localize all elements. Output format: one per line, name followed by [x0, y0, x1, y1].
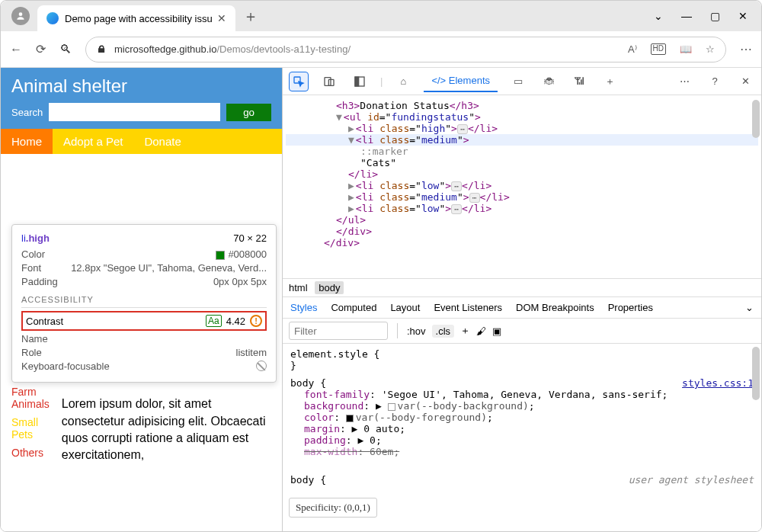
margin-value: 0 auto [363, 423, 399, 434]
back-icon[interactable]: ← [10, 43, 22, 56]
contrast-label: Contrast [26, 316, 63, 327]
tab-title: Demo page with accessibility issu [65, 13, 213, 24]
welcome-icon[interactable]: ⌂ [393, 72, 413, 91]
nav-donate[interactable]: Donate [133, 129, 191, 154]
close-window-icon[interactable]: ✕ [738, 10, 748, 22]
cls-button[interactable]: .cls [432, 325, 455, 338]
chevron-down-icon[interactable]: ⌄ [654, 10, 663, 22]
dock-icon[interactable] [350, 72, 370, 91]
paint-icon[interactable]: 🖌︎ [476, 325, 486, 337]
max-width-value: 60em [370, 446, 393, 457]
contrast-row: Contrast Aa 4.42 ! [21, 311, 267, 331]
nav-adopt[interactable]: Adopt a Pet [53, 129, 133, 154]
tab-properties[interactable]: Properties [608, 302, 653, 313]
sources-icon[interactable]: ▭ [508, 72, 528, 91]
font-label: Font [21, 262, 41, 274]
menu-icon[interactable]: ⋯ [740, 42, 752, 56]
hov-button[interactable]: :hov [407, 325, 426, 337]
user-agent-label: user agent stylesheet [629, 474, 754, 486]
styles-toolbar: :hov .cls ＋ 🖌︎ ▣ [283, 319, 761, 344]
inspect-element-icon[interactable] [289, 72, 309, 91]
maximize-icon[interactable]: ▢ [710, 10, 720, 22]
profile-avatar[interactable] [11, 7, 30, 25]
styles-tabs: Styles Computed Layout Event Listeners D… [283, 297, 761, 319]
a11y-role-value: listitem [236, 347, 267, 358]
plus-icon[interactable]: ＋ [600, 72, 620, 91]
bg-var: --body-background [421, 400, 523, 412]
filter-input[interactable] [289, 322, 388, 340]
address-bar[interactable]: 🔒︎ microsoftedge.github.io/Demos/devtool… [85, 37, 726, 62]
expand-icon[interactable] [348, 191, 354, 203]
tab-elements[interactable]: </> Elements [424, 70, 498, 92]
device-toolbar-icon[interactable] [319, 72, 339, 91]
search-input[interactable] [49, 103, 220, 121]
breadcrumb-body[interactable]: body [315, 281, 344, 294]
body-selector: body [290, 377, 314, 389]
scrollbar[interactable] [752, 347, 760, 400]
reading-list-icon[interactable]: 📖 [680, 43, 692, 55]
tab-styles[interactable]: Styles [290, 302, 317, 313]
help-icon[interactable]: ? [705, 72, 725, 91]
window-controls: ⌄ — ▢ ✕ [654, 10, 758, 22]
flexbox-icon[interactable]: ▣ [492, 325, 501, 337]
dom-text: Donation Status [360, 100, 449, 111]
blocked-icon [256, 361, 267, 371]
hd-icon[interactable]: HD [651, 43, 666, 55]
tab-layout[interactable]: Layout [390, 302, 420, 313]
webpage-viewport: Animal shelter Search go Home Adopt a Pe… [1, 68, 283, 531]
tab-dom-breakpoints[interactable]: DOM Breakpoints [516, 302, 594, 313]
swatch-icon[interactable] [388, 403, 395, 411]
read-aloud-icon[interactable]: A⁾ [628, 43, 637, 55]
svg-rect-2 [325, 77, 331, 85]
font-family-value: 'Segoe UI', Tahoma, Geneva, Verdana, san… [382, 389, 662, 400]
accessibility-header: ACCESSIBILITY [21, 295, 267, 308]
dom-text-cats: "Cats" [286, 157, 758, 168]
refresh-icon[interactable]: ⟳ [36, 42, 46, 56]
expand-icon[interactable] [348, 203, 354, 214]
swatch-icon[interactable] [346, 415, 354, 422]
edge-icon [46, 12, 59, 24]
specificity-tooltip: Specificity: (0,0,1) [289, 498, 377, 518]
source-link[interactable]: styles.css:1 [682, 377, 754, 389]
paragraph-2: Lorem ipsum dolor, sit amet consectetur … [62, 396, 271, 464]
expand-icon[interactable] [348, 134, 354, 146]
browser-tab[interactable]: Demo page with accessibility issu ✕ [37, 5, 235, 31]
sidebar-item-farm[interactable]: Farm Animals [11, 386, 50, 410]
expand-icon[interactable] [348, 123, 354, 134]
browser-toolbar: ← ⟳ 🔍︎ 🔒︎ microsoftedge.github.io/Demos/… [1, 31, 761, 68]
minimize-icon[interactable]: — [681, 10, 692, 22]
more-tools-icon[interactable]: ⋯ [674, 72, 694, 91]
padding-value: 0px 0px 5px [213, 276, 267, 287]
font-value: 12.8px "Segoe UI", Tahoma, Geneva, Verd.… [71, 262, 267, 274]
scrollbar[interactable] [752, 100, 760, 138]
favorite-icon[interactable]: ☆ [706, 43, 715, 55]
new-style-rule-icon[interactable]: ＋ [460, 324, 470, 338]
contrast-aa-badge: Aa [206, 315, 222, 327]
dom-breadcrumb[interactable]: html body [283, 278, 761, 297]
go-button[interactable]: go [226, 104, 271, 121]
network-icon[interactable]: 📶︎ [569, 72, 589, 91]
body-selector-2: body [290, 474, 314, 486]
nav-home[interactable]: Home [1, 129, 53, 154]
styles-pane[interactable]: element.style { } body {styles.css:1 fon… [283, 344, 761, 531]
svg-rect-5 [355, 77, 359, 86]
chevron-down-icon[interactable]: ⌄ [745, 302, 754, 313]
dom-tree[interactable]: <h3>Donation Status</h3> <ul id="funding… [283, 95, 761, 278]
breadcrumb-html[interactable]: html [289, 282, 308, 293]
tab-computed[interactable]: Computed [331, 302, 376, 313]
close-devtools-icon[interactable]: ✕ [735, 72, 755, 91]
close-tab-icon[interactable]: ✕ [217, 12, 226, 24]
expand-icon[interactable] [336, 111, 342, 123]
sidebar-item-small[interactable]: Small Pets [11, 416, 50, 441]
dom-marker: ::marker [286, 146, 758, 157]
search-label: Search [11, 107, 43, 118]
sidebar-item-others[interactable]: Others [11, 447, 50, 459]
search-icon[interactable]: 🔍︎ [59, 43, 72, 56]
warning-icon: ! [250, 315, 262, 327]
element-inspector-tooltip: li.high 70 × 22 Color#008000 Font12.8px … [11, 224, 277, 383]
expand-icon[interactable] [348, 180, 354, 191]
url-path: /Demos/devtools-a11y-testing/ [216, 43, 351, 55]
new-tab-button[interactable]: ＋ [243, 6, 258, 27]
bug-icon[interactable]: 🐞︎ [539, 72, 559, 91]
tab-event-listeners[interactable]: Event Listeners [434, 302, 502, 313]
